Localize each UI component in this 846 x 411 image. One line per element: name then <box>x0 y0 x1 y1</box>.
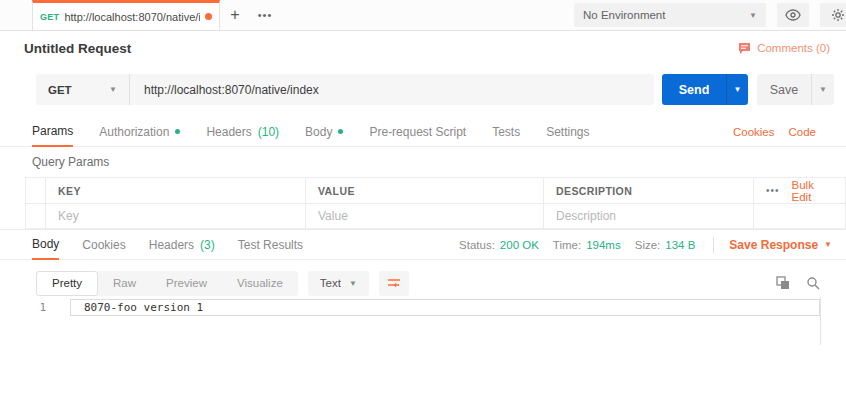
chevron-down-icon: ▼ <box>349 279 357 288</box>
request-tab[interactable]: GET http://localhost:8070/native/ind... <box>32 0 220 30</box>
response-body-text: 8070-foo version 1 <box>84 301 203 314</box>
method-selected-label: GET <box>48 84 72 96</box>
tab-params-label: Params <box>32 124 73 138</box>
url-input[interactable] <box>130 83 654 97</box>
response-tab-cookies[interactable]: Cookies <box>82 230 125 259</box>
description-column-header: DESCRIPTION <box>544 178 754 203</box>
environment-selector[interactable]: No Environment ▼ <box>574 3 766 27</box>
environment-settings-button[interactable] <box>820 3 846 27</box>
copy-response-button[interactable] <box>776 276 790 290</box>
view-raw-button[interactable]: Raw <box>98 271 151 296</box>
key-column-header: KEY <box>46 178 306 203</box>
response-body-editor[interactable]: 1 8070-foo version 1 <box>0 297 846 411</box>
tabbar-spacer <box>280 0 574 30</box>
gear-icon <box>831 8 845 22</box>
view-preview-button[interactable]: Preview <box>151 271 222 296</box>
response-tab-test-results[interactable]: Test Results <box>238 230 303 259</box>
response-tab-headers-label: Headers <box>149 238 194 252</box>
time-label: Time: <box>553 239 581 251</box>
tab-title: http://localhost:8070/native/ind... <box>64 11 200 23</box>
tab-pre-request-script[interactable]: Pre-request Script <box>369 117 466 146</box>
status-value: 200 OK <box>500 239 539 251</box>
wrap-lines-button[interactable] <box>379 271 409 296</box>
request-links: Cookies Code <box>733 117 816 146</box>
tab-body-label: Body <box>305 125 332 139</box>
eye-icon <box>785 9 801 21</box>
response-tab-body[interactable]: Body <box>32 230 59 260</box>
request-tabs-row: Params Authorization Headers (10) Body P… <box>0 117 846 147</box>
url-field-container <box>130 74 654 105</box>
response-tool-icons <box>776 276 820 290</box>
comments-button[interactable]: Comments (0) <box>738 42 830 55</box>
bulk-edit-link[interactable]: Bulk Edit <box>792 179 833 203</box>
view-pretty-button[interactable]: Pretty <box>36 271 98 296</box>
authorization-status-dot <box>175 129 180 134</box>
value-cell <box>306 204 544 228</box>
value-column-header: VALUE <box>306 178 544 203</box>
response-tab-test-results-label: Test Results <box>238 238 303 252</box>
tab-headers[interactable]: Headers (10) <box>206 117 279 146</box>
query-params-header-row: KEY VALUE DESCRIPTION ••• Bulk Edit <box>25 177 846 203</box>
environment-selected-label: No Environment <box>583 9 665 21</box>
tab-headers-label: Headers <box>206 125 251 139</box>
comments-label: Comments (0) <box>757 42 830 54</box>
key-cell <box>46 204 306 228</box>
save-options-button[interactable]: ▼ <box>811 74 834 105</box>
meta-divider <box>713 237 714 253</box>
line-number: 1 <box>28 301 46 314</box>
body-status-dot <box>338 129 343 134</box>
query-params-entry-row <box>25 203 846 229</box>
request-builder-row: GET ▼ Send ▼ Save ▼ <box>36 74 846 105</box>
chevron-down-icon: ▼ <box>824 240 832 249</box>
tab-tests-label: Tests <box>492 125 520 139</box>
wrap-lines-icon <box>387 277 401 289</box>
status-label: Status: <box>459 239 495 251</box>
headers-count-badge: (10) <box>258 125 279 139</box>
tab-body[interactable]: Body <box>305 117 343 146</box>
editor-ruler <box>820 297 821 345</box>
tab-params[interactable]: Params <box>32 117 73 147</box>
row-handle-column <box>26 178 46 203</box>
code-link[interactable]: Code <box>789 126 817 138</box>
new-tab-button[interactable]: + <box>220 0 250 30</box>
query-params-section-label: Query Params <box>32 155 109 169</box>
comment-icon <box>738 42 751 55</box>
response-tabs-row: Body Cookies Headers (3) Test Results St… <box>0 229 846 260</box>
save-button[interactable]: Save <box>757 74 811 105</box>
tab-tests[interactable]: Tests <box>492 117 520 146</box>
environment-quick-look-button[interactable] <box>777 3 809 27</box>
response-format-selector[interactable]: Text ▼ <box>308 271 369 296</box>
description-input[interactable] <box>556 209 741 223</box>
chevron-down-icon: ▼ <box>734 85 742 94</box>
search-icon[interactable] <box>806 276 820 290</box>
params-more-options-button[interactable]: ••• <box>766 185 780 196</box>
tab-pre-request-script-label: Pre-request Script <box>369 125 466 139</box>
description-cell <box>544 204 754 228</box>
view-visualize-button[interactable]: Visualize <box>222 271 298 296</box>
send-button[interactable]: Send <box>662 74 726 105</box>
method-selector[interactable]: GET ▼ <box>36 74 130 105</box>
response-tab-headers[interactable]: Headers (3) <box>149 230 215 259</box>
tab-authorization[interactable]: Authorization <box>99 117 180 146</box>
save-response-label: Save Response <box>729 238 818 252</box>
tab-options-button[interactable]: ••• <box>250 0 280 30</box>
cookies-link[interactable]: Cookies <box>733 126 775 138</box>
response-meta: Status: 200 OK Time: 194ms Size: 134 B S… <box>459 230 832 259</box>
row-actions-cell <box>754 204 845 228</box>
tab-settings[interactable]: Settings <box>546 117 589 146</box>
description-header-label: DESCRIPTION <box>556 185 632 197</box>
response-tab-body-label: Body <box>32 237 59 251</box>
save-response-button[interactable]: Save Response ▼ <box>729 238 832 252</box>
key-header-label: KEY <box>58 185 81 197</box>
response-body-line[interactable]: 8070-foo version 1 <box>70 299 820 316</box>
value-header-label: VALUE <box>318 185 355 197</box>
value-input[interactable] <box>318 209 531 223</box>
postman-window: GET http://localhost:8070/native/ind... … <box>0 0 846 411</box>
unsaved-changes-dot <box>205 13 212 20</box>
key-input[interactable] <box>58 209 293 223</box>
response-view-toolbar: Pretty Raw Preview Visualize Text ▼ <box>0 267 846 299</box>
send-options-button[interactable]: ▼ <box>726 74 748 105</box>
size-label: Size: <box>635 239 661 251</box>
tab-method-badge: GET <box>40 12 59 22</box>
response-tab-cookies-label: Cookies <box>82 238 125 252</box>
